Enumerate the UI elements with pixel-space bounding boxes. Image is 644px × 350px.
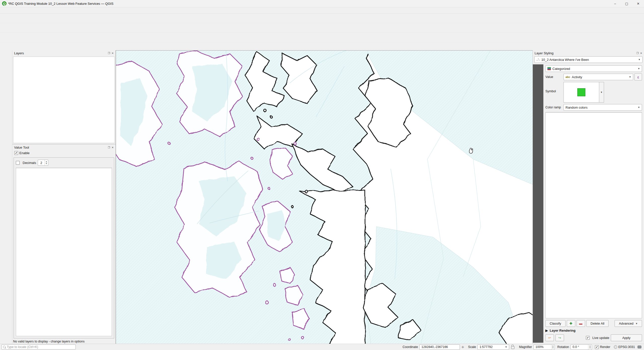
points-layer-icon (536, 58, 540, 61)
layers-panel-title: Layers (14, 51, 24, 55)
symbol-label: Symbol (545, 82, 564, 93)
apply-button[interactable]: Apply (611, 334, 642, 341)
toolbar-row-2 (0, 23, 644, 33)
magnifier-arrows-icon[interactable]: ▲▼ (551, 345, 555, 349)
value-table (16, 168, 112, 336)
styling-layer-select[interactable]: 10_2 Antarctica Where I've Been ▼ (534, 56, 642, 63)
globe-icon (614, 345, 617, 349)
abc-field-icon: abc (566, 75, 570, 78)
decimals-label: Decimals (23, 161, 36, 165)
enable-label: Enable (19, 151, 29, 155)
coordinate-field[interactable]: 1282840,-2367166 (419, 344, 460, 350)
symbol-dropdown[interactable]: ▼ (599, 82, 604, 103)
rotation-label: Rotation (557, 345, 569, 349)
locate-placeholder: Type to locate (Ctrl+K) (7, 345, 38, 349)
live-update-label: Live update (592, 336, 609, 340)
styling-layer-name: 10_2 Antarctica Where I've Been (541, 58, 589, 62)
redo-button[interactable]: ↪ (555, 334, 564, 341)
symbol-preview[interactable] (564, 82, 599, 103)
symbol-swatch (577, 88, 585, 96)
render-label: Render (600, 345, 610, 349)
layers-panel-float-icon[interactable]: ❐ (108, 52, 110, 55)
categorized-icon (547, 67, 551, 70)
remove-category-button[interactable]: ▬ (577, 320, 585, 327)
lock-scale-icon[interactable] (511, 346, 514, 349)
title-bar: Q *RC QGIS Training Module 10_2 Lesson W… (0, 0, 644, 7)
layer-rendering-expand-icon[interactable]: ▶ (545, 329, 548, 332)
status-bar: Type to locate (Ctrl+K) Coordinate 12828… (0, 344, 644, 350)
value-field-select[interactable]: abc Activity ▼ (564, 74, 633, 80)
renderer-select[interactable]: Categorized ▼ (545, 65, 642, 72)
layer-rendering-label: Layer Rendering (550, 329, 576, 332)
delete-all-button[interactable]: Delete All (586, 320, 609, 327)
undo-button[interactable]: ↩ (545, 334, 554, 341)
spinner-arrows-icon[interactable]: ▲▼ (45, 160, 48, 165)
advanced-button[interactable]: Advanced ▼ (615, 320, 642, 327)
close-button[interactable]: ✕ (632, 0, 644, 7)
color-ramp-value: Random colors (566, 106, 587, 109)
layers-panel-close-icon[interactable]: ✕ (112, 52, 114, 55)
magnifier-spinner[interactable]: 100% ▲▼ (534, 344, 555, 350)
coordinate-label: Coordinate (403, 345, 418, 349)
magnifier-label: Magnifier (519, 345, 532, 349)
expression-button[interactable]: ε (634, 73, 642, 80)
layer-styling-panel: Layer Styling ❐ ✕ 10_2 Antarctica Where … (533, 50, 644, 344)
menu-bar (0, 7, 644, 14)
value-table-body (16, 168, 112, 336)
value-tool-panel: Value Tool ❐ ✕ ✓ Enable Decimals 2 ▲▼ (12, 145, 115, 344)
search-icon (3, 346, 6, 348)
rotation-spinner[interactable]: 0.0 ° ▲▼ (571, 344, 592, 350)
layers-panel: Layers ❐ ✕ (12, 50, 115, 145)
renderer-value: Categorized (552, 67, 570, 71)
classify-button[interactable]: Classify (545, 320, 566, 327)
render-checkbox[interactable]: ✓ (595, 345, 599, 349)
categories-table[interactable] (545, 112, 642, 318)
styling-sidebar (533, 64, 543, 343)
layers-tree[interactable] (13, 57, 115, 143)
layer-styling-float-icon[interactable]: ❐ (636, 52, 639, 55)
live-update-checkbox[interactable]: ✓ (586, 336, 590, 340)
epsg-code[interactable]: EPSG:3031 (618, 345, 635, 349)
qgis-logo-icon: Q (2, 1, 7, 6)
minimize-button[interactable]: – (609, 0, 621, 7)
locate-input[interactable]: Type to locate (Ctrl+K) (2, 344, 76, 349)
layer-styling-title: Layer Styling (535, 51, 553, 55)
left-dock-toolbar (0, 50, 12, 344)
maximize-button[interactable]: ▢ (621, 0, 632, 7)
toolbar-row-1 (0, 14, 644, 23)
color-ramp-label: Color ramp (545, 106, 564, 109)
decimals-spinner[interactable]: 2 ▲▼ (38, 160, 48, 166)
value-tool-close-icon[interactable]: ✕ (112, 146, 114, 149)
enable-checkbox[interactable]: ✓ (14, 151, 18, 155)
scale-label: Scale (468, 345, 476, 349)
categories-table-empty (546, 113, 642, 318)
decimals-checkbox[interactable] (16, 161, 20, 165)
extents-icon[interactable]: ✛ (461, 345, 464, 349)
window-title: *RC QGIS Training Module 10_2 Lesson Web… (8, 2, 113, 6)
value-field-name: Activity (572, 75, 582, 79)
window-controls: –▢✕ (609, 0, 644, 7)
scale-select[interactable]: 1:577792 ▼ (477, 344, 509, 350)
add-category-button[interactable]: ✚ (567, 320, 575, 327)
rotation-arrows-icon[interactable]: ▲▼ (588, 345, 592, 349)
color-ramp-select[interactable]: Random colors ▼ (564, 104, 642, 111)
value-tool-float-icon[interactable]: ❐ (108, 146, 110, 149)
value-label: Value (545, 75, 564, 79)
map-canvas[interactable] (116, 50, 533, 344)
value-tool-status: No valid layers to display - change laye… (12, 338, 115, 343)
layer-styling-close-icon[interactable]: ✕ (640, 52, 642, 55)
layers-toolbar (12, 56, 115, 56)
value-tool-title: Value Tool (14, 146, 29, 149)
messages-icon[interactable]: ⋯ (637, 345, 641, 348)
toolbar-row-3 (0, 33, 644, 42)
